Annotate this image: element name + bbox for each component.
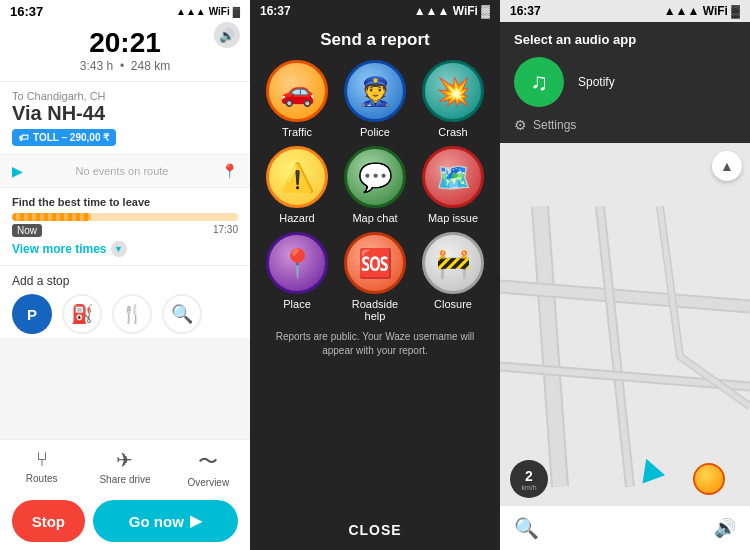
audio-select-title: Select an audio app [514, 32, 736, 47]
report-title: Send a report [250, 22, 500, 60]
report-icon: 🆘 [344, 232, 406, 294]
report-label: Map chat [352, 212, 397, 224]
search-stop-button[interactable]: 🔍 [162, 294, 202, 334]
report-item-crash[interactable]: 💥 Crash [418, 60, 488, 138]
time-progress-bar [12, 213, 238, 221]
volume-button[interactable]: 🔊 [714, 517, 736, 539]
status-time-2: 16:37 [260, 4, 291, 18]
sound-button[interactable]: 🔊 [214, 22, 240, 48]
toll-badge: 🏷 TOLL – 290,00 ₹ [12, 129, 116, 146]
leave-times-row: Now 17:30 [12, 224, 238, 237]
go-label: Go now [129, 513, 184, 530]
leave-now-badge: Now [12, 224, 42, 237]
audio-map-panel: 16:37 ▲▲▲ WiFi ▓ Select an audio app ♫ S… [500, 0, 750, 550]
go-now-button[interactable]: Go now ▶ [93, 500, 238, 542]
toll-icon: 🏷 [19, 132, 29, 143]
view-more-times[interactable]: View more times ▼ [12, 241, 238, 257]
share-nav-item[interactable]: ✈ Share drive [83, 448, 166, 488]
status-bar-1: 16:37 ▲▲▲ WiFi ▓ [0, 0, 250, 23]
overview-label: Overview [187, 477, 229, 488]
report-item-police[interactable]: 👮 Police [340, 60, 410, 138]
report-label: Hazard [279, 212, 314, 224]
report-item-map-issue[interactable]: 🗺️ Map issue [418, 146, 488, 224]
wifi-icon: WiFi [209, 6, 230, 17]
events-text: No events on route [23, 165, 221, 177]
signal-icon: ▲▲▲ [176, 6, 206, 17]
report-label: Map issue [428, 212, 478, 224]
report-item-closure[interactable]: 🚧 Closure [418, 232, 488, 322]
parking-button[interactable]: P [12, 294, 52, 334]
route-info: To Chandigarh, CH Via NH-44 🏷 TOLL – 290… [0, 81, 250, 154]
scroll-up-button[interactable]: ▲ [712, 151, 742, 181]
report-item-hazard[interactable]: ⚠️ Hazard [262, 146, 332, 224]
report-item-roadside-help[interactable]: 🆘 Roadside help [340, 232, 410, 322]
leave-end-time: 17:30 [213, 224, 238, 237]
close-button[interactable]: CLOSE [250, 522, 500, 538]
routes-nav-item[interactable]: ⑂ Routes [0, 448, 83, 488]
audio-app-row: ♫ Spotify [514, 57, 736, 107]
status-bar-2: 16:37 ▲▲▲ WiFi ▓ [250, 0, 500, 22]
nav-header: 20:21 3:43 h • 248 km 🔊 [0, 23, 250, 81]
overview-nav-item[interactable]: 〜 Overview [167, 448, 250, 488]
leave-time-panel: Find the best time to leave Now 17:30 Vi… [0, 188, 250, 266]
status-icons-1: ▲▲▲ WiFi ▓ [176, 6, 240, 17]
pin-icon: 📍 [221, 163, 238, 179]
toll-text: TOLL – 290,00 ₹ [33, 132, 109, 143]
bottom-bar-3: 🔍 🔊 [500, 506, 750, 550]
report-label: Place [283, 298, 311, 310]
spotify-label: Spotify [578, 75, 615, 89]
report-item-traffic[interactable]: 🚗 Traffic [262, 60, 332, 138]
report-item-place[interactable]: 📍 Place [262, 232, 332, 322]
report-label: Roadside help [340, 298, 410, 322]
wifi-icon-2: WiFi [453, 4, 482, 18]
report-label: Closure [434, 298, 472, 310]
routes-icon: ⑂ [36, 448, 48, 471]
battery-icon-2: ▓ [481, 4, 490, 18]
speed-unit: km/h [521, 484, 536, 491]
battery-icon: ▓ [233, 6, 240, 17]
go-arrow-icon: ▶ [190, 512, 202, 530]
action-row: Stop Go now ▶ [0, 492, 250, 550]
speed-badge: 2 km/h [510, 460, 548, 498]
report-grid: 🚗 Traffic 👮 Police 💥 Crash ⚠️ Hazard 💬 M… [250, 60, 500, 322]
wifi-icon-3: WiFi [703, 4, 732, 18]
progress-fill [12, 213, 91, 221]
nav-details: 3:43 h • 248 km [12, 59, 238, 73]
report-icon: 💥 [422, 60, 484, 122]
nav-distance: 248 km [131, 59, 170, 73]
audio-panel: Select an audio app ♫ Spotify ⚙ Settings [500, 22, 750, 143]
nav-time: 20:21 [12, 27, 238, 59]
navigation-panel: 16:37 ▲▲▲ WiFi ▓ 20:21 3:43 h • 248 km 🔊… [0, 0, 250, 550]
signal-icon-3: ▲▲▲ [664, 4, 700, 18]
search-button-3[interactable]: 🔍 [514, 516, 539, 540]
share-icon: ✈ [116, 448, 133, 472]
status-time-1: 16:37 [10, 4, 43, 19]
sound-icon[interactable]: 🔊 [214, 22, 240, 48]
report-note: Reports are public. Your Waze username w… [250, 322, 500, 366]
play-icon: ▶ [12, 163, 23, 179]
leave-title: Find the best time to leave [12, 196, 238, 208]
status-time-3: 16:37 [510, 4, 541, 18]
settings-row[interactable]: ⚙ Settings [514, 117, 736, 133]
status-icons-3: ▲▲▲ WiFi ▓ [664, 4, 740, 18]
bottom-nav: ⑂ Routes ✈ Share drive 〜 Overview [0, 439, 250, 492]
stop-button[interactable]: Stop [12, 500, 85, 542]
report-icon: 💬 [344, 146, 406, 208]
report-item-map-chat[interactable]: 💬 Map chat [340, 146, 410, 224]
report-label: Traffic [282, 126, 312, 138]
spotify-icon[interactable]: ♫ [514, 57, 564, 107]
report-label: Crash [438, 126, 467, 138]
route-via: Via NH-44 [12, 102, 238, 125]
report-icon: 👮 [344, 60, 406, 122]
fuel-button[interactable]: ⛽ [62, 294, 102, 334]
report-panel: 16:37 ▲▲▲ WiFi ▓ Send a report 🚗 Traffic… [250, 0, 500, 550]
route-destination: To Chandigarh, CH [12, 90, 238, 102]
report-label: Police [360, 126, 390, 138]
food-button[interactable]: 🍴 [112, 294, 152, 334]
share-label: Share drive [99, 474, 150, 485]
routes-label: Routes [26, 473, 58, 484]
report-icon: 🚗 [266, 60, 328, 122]
status-icons-2: ▲▲▲ WiFi ▓ [414, 4, 490, 18]
stop-icons-row: P ⛽ 🍴 🔍 [12, 294, 238, 334]
battery-icon-3: ▓ [731, 4, 740, 18]
